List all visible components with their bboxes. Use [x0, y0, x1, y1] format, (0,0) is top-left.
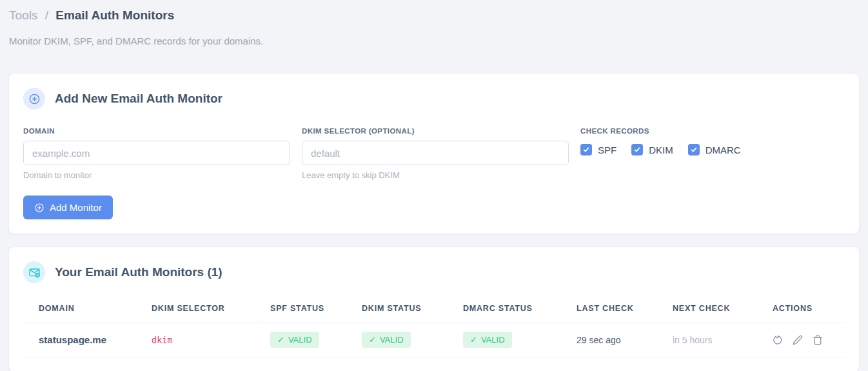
dkim-checkbox-label: DKIM — [649, 145, 673, 155]
column-header-dkim-selector: DKIM SELECTOR — [136, 296, 255, 323]
monitor-dkim-selector: dkim — [136, 323, 255, 357]
spf-checkbox[interactable]: SPF — [580, 144, 616, 155]
column-header-spf-status: SPF STATUS — [255, 296, 346, 323]
plus-circle-icon — [23, 88, 45, 110]
checkmark-icon — [580, 144, 592, 155]
table-header-row: DOMAIN DKIM SELECTOR SPF STATUS DKIM STA… — [23, 296, 845, 323]
spf-status-badge: ✓ VALID — [270, 332, 319, 348]
breadcrumb-tools-link[interactable]: Tools — [9, 8, 37, 22]
dmarc-checkbox-label: DMARC — [705, 145, 741, 155]
monitor-dmarc-status-cell: ✓ VALID — [448, 323, 561, 357]
add-monitor-card-header: Add New Email Auth Monitor — [23, 88, 845, 110]
column-header-next-check: NEXT CHECK — [657, 296, 757, 323]
refresh-button[interactable] — [773, 335, 783, 345]
domain-label: DOMAIN — [23, 127, 290, 135]
monitor-last-check: 29 sec ago — [561, 323, 657, 357]
monitor-domain: statuspage.me — [23, 323, 136, 357]
dmarc-status-badge: ✓ VALID — [463, 332, 512, 348]
add-monitor-card: Add New Email Auth Monitor DOMAIN Domain… — [9, 74, 859, 234]
column-header-dkim-status: DKIM STATUS — [346, 296, 448, 323]
domain-input[interactable] — [23, 141, 290, 165]
dkim-selector-helper-text: Leave empty to skip DKIM — [302, 170, 569, 180]
add-monitor-form: DOMAIN Domain to monitor DKIM SELECTOR (… — [23, 127, 845, 180]
column-header-dmarc-status: DMARC STATUS — [448, 296, 561, 323]
checkmark-icon — [631, 144, 643, 155]
delete-button[interactable] — [813, 335, 823, 345]
column-header-last-check: LAST CHECK — [561, 296, 657, 323]
monitors-table: DOMAIN DKIM SELECTOR SPF STATUS DKIM STA… — [23, 296, 845, 357]
spf-checkbox-label: SPF — [598, 145, 616, 155]
monitor-actions-cell — [757, 323, 845, 357]
checkmark-icon — [688, 144, 700, 155]
column-header-actions: ACTIONS — [757, 296, 845, 323]
monitor-table-row: statuspage.me dkim ✓ VALID ✓ VALID — [23, 323, 845, 357]
monitors-card-header: Your Email Auth Monitors (1) — [23, 261, 845, 283]
trash-icon — [813, 335, 823, 345]
spf-status-text: VALID — [288, 335, 312, 345]
check-icon: ✓ — [470, 335, 477, 345]
dmarc-status-text: VALID — [481, 335, 505, 345]
dkim-selector-input[interactable] — [302, 141, 569, 165]
column-header-domain: DOMAIN — [23, 296, 136, 323]
check-icon: ✓ — [369, 335, 376, 345]
domain-helper-text: Domain to monitor — [23, 170, 290, 180]
edit-icon — [793, 335, 803, 345]
edit-button[interactable] — [793, 335, 803, 345]
add-monitor-button-label: Add Monitor — [50, 202, 102, 213]
dkim-selector-label: DKIM SELECTOR (OPTIONAL) — [302, 127, 569, 135]
monitors-card-title: Your Email Auth Monitors (1) — [55, 265, 222, 279]
breadcrumb-separator: / — [45, 8, 48, 22]
email-auth-monitors-page: Tools / Email Auth Monitors Monitor DKIM… — [0, 0, 868, 371]
plus-circle-icon — [34, 203, 44, 213]
dkim-status-text: VALID — [380, 335, 404, 345]
page-subtitle: Monitor DKIM, SPF, and DMARC records for… — [9, 35, 859, 46]
check-records-label: CHECK RECORDS — [580, 127, 741, 135]
dkim-status-badge: ✓ VALID — [362, 332, 411, 348]
monitor-actions — [773, 335, 840, 345]
monitor-spf-status-cell: ✓ VALID — [255, 323, 346, 357]
dkim-selector-field-group: DKIM SELECTOR (OPTIONAL) Leave empty to … — [302, 127, 569, 180]
domain-field-group: DOMAIN Domain to monitor — [23, 127, 290, 180]
monitor-dkim-status-cell: ✓ VALID — [346, 323, 448, 357]
monitors-card: Your Email Auth Monitors (1) DOMAIN DKIM… — [9, 247, 859, 371]
check-records-group: CHECK RECORDS SPF — [580, 127, 741, 180]
envelope-check-icon — [23, 261, 45, 283]
refresh-icon — [773, 335, 783, 345]
page-title: Email Auth Monitors — [55, 8, 174, 22]
monitor-next-check: in 5 hours — [657, 323, 757, 357]
add-monitor-button[interactable]: Add Monitor — [23, 196, 113, 219]
dkim-checkbox[interactable]: DKIM — [631, 144, 673, 155]
dmarc-checkbox[interactable]: DMARC — [688, 144, 741, 155]
breadcrumb: Tools / Email Auth Monitors — [9, 5, 859, 25]
check-records-options: SPF DKIM — [580, 144, 741, 155]
add-monitor-card-title: Add New Email Auth Monitor — [55, 92, 222, 106]
check-icon: ✓ — [277, 335, 284, 345]
